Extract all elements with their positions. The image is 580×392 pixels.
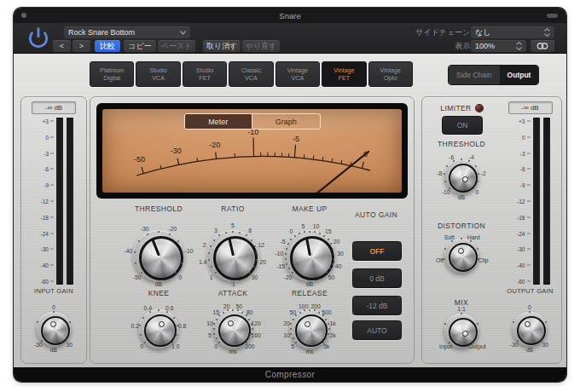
meter-scale-label: -6 <box>44 166 49 172</box>
output-level-readout: -∞ dB <box>508 101 553 114</box>
tab-meter[interactable]: Meter <box>185 114 252 129</box>
knob-tick <box>142 317 144 319</box>
knob-scale-label: Clip <box>478 257 489 262</box>
knob-tick <box>134 251 136 253</box>
knob-scale-label: 12 <box>258 241 265 247</box>
meter-bar-left <box>533 118 540 285</box>
limiter-threshold-knob[interactable]: -10-8-6-4-20dB <box>429 144 494 209</box>
model-tab-vintage-opto[interactable]: VintageOpto <box>368 61 413 87</box>
output-gain-knob[interactable]: -30030dB <box>497 297 562 361</box>
plugin-footer: Compressor <box>14 367 566 382</box>
knob-tick <box>328 323 329 325</box>
ratio-knob[interactable]: 11.42358122030:1 <box>192 215 274 297</box>
knob-tick <box>232 309 234 311</box>
knob-pointer-dot <box>159 321 165 327</box>
knob-scale-label: 50 <box>328 274 335 280</box>
knob-tick <box>293 337 294 339</box>
model-tab-vintage-fet[interactable]: VintageFET <box>322 61 366 87</box>
knob-tick <box>216 319 218 320</box>
knee-knob[interactable]: 00.20.40.60.81.0 <box>125 295 193 363</box>
output-meter: +30-3-6-9-12-18-24-30-40-60 <box>499 118 561 285</box>
threshold-label: THRESHOLD <box>135 205 183 213</box>
prev-preset-button[interactable]: < <box>53 40 71 52</box>
knob-scale-label: -4 <box>469 153 474 159</box>
meter-scale-label: -12 <box>41 199 49 205</box>
meter-scale-label: -18 <box>41 214 49 220</box>
knob-scale-label: 5 <box>208 332 212 338</box>
next-preset-button[interactable]: > <box>72 40 90 52</box>
knob-face <box>449 243 478 272</box>
meter-scale-label: -24 <box>517 230 525 236</box>
paste-button[interactable]: ペースト <box>158 40 195 52</box>
copy-button[interactable]: コピー <box>124 40 156 52</box>
knob-tick <box>135 262 136 264</box>
auto-gain-off-button[interactable]: OFF <box>352 241 402 261</box>
model-tab-platinum-digital[interactable]: PlatinumDigital <box>90 61 134 87</box>
knob-scale-label: 0.8 <box>178 322 186 328</box>
knob-tick <box>451 240 453 242</box>
model-tab-vintage-vca[interactable]: VintageVCA <box>276 61 320 87</box>
knob-scale-label: -10 <box>275 251 283 257</box>
power-button[interactable] <box>26 26 51 51</box>
attack-knob[interactable]: 051015205080120160200ms <box>199 295 267 363</box>
link-button[interactable] <box>531 40 554 52</box>
limiter-row: LIMITER <box>422 104 501 112</box>
release-knob[interactable]: 51020501002005001k2k5kms <box>276 295 344 363</box>
tab-graph[interactable]: Graph <box>252 114 320 129</box>
knob-tick <box>444 173 445 175</box>
auto-gain-0db-button[interactable]: 0 dB <box>352 268 402 288</box>
knob-tick <box>477 181 478 182</box>
distortion-knob[interactable]: OffSoftHardClip <box>429 223 494 288</box>
meter-scale-tick <box>50 121 54 122</box>
knob-scale-label: 0 <box>214 343 218 349</box>
knob-scale-label: 30 <box>542 342 549 348</box>
knob-tick <box>473 187 474 189</box>
vu-scale-label: -30 <box>171 147 182 155</box>
window-title: Snare <box>279 11 300 20</box>
knob-unit-label: dB <box>458 193 465 199</box>
window-control-dot[interactable] <box>21 13 26 18</box>
input-gain-panel: -∞ dB +30-3-6-9-12-18-24-30-40-60 INPUT … <box>20 96 87 364</box>
threshold-knob[interactable]: -50-40-30-20-100dB <box>118 215 200 297</box>
output-meter-bars <box>533 118 550 285</box>
knob-scale-label: Hard <box>467 234 480 240</box>
model-tab-studio-vca[interactable]: StudioVCA <box>136 61 180 87</box>
knob-scale-label: 30 <box>337 251 344 257</box>
knob-tick <box>147 233 148 235</box>
meter-scale-tick <box>50 201 54 202</box>
model-tab-classic-vca[interactable]: ClassicVCA <box>229 61 273 87</box>
knob-tick <box>158 231 160 233</box>
knob-scale-label: -10 <box>442 189 450 195</box>
undo-button[interactable]: 取り消す <box>203 40 241 52</box>
knob-scale-label: Off <box>436 257 444 262</box>
auto-gain-minus12db-button[interactable]: -12 dB <box>352 296 402 315</box>
knob-tick <box>140 334 142 336</box>
limiter-on-button[interactable]: ON <box>442 116 483 135</box>
view-zoom-dropdown[interactable]: 100% <box>471 40 526 52</box>
meter-scale-tick <box>527 136 531 137</box>
meter-scale-tick <box>527 169 531 170</box>
knob-scale-label: -40 <box>125 248 133 254</box>
knob-scale-label: -20 <box>168 225 177 231</box>
knob-scale-label: 20 <box>223 303 230 308</box>
meter-scale-tick <box>50 185 54 186</box>
output-tab[interactable]: Output <box>500 66 539 84</box>
input-gain-knob[interactable]: -30030dB <box>21 297 86 361</box>
knob-scale-label: -15 <box>276 263 285 269</box>
compare-button[interactable]: 比較 <box>95 40 120 52</box>
meter-scale-label: -60 <box>517 279 525 285</box>
knob-tick <box>318 312 320 314</box>
side-chain-tab[interactable]: Side Chain <box>449 66 500 84</box>
knob-scale-label: 0.6 <box>165 305 173 311</box>
sidechain-dropdown[interactable]: なし <box>471 26 554 38</box>
auto-release-button[interactable]: AUTO <box>352 320 402 340</box>
makeup-knob[interactable]: -20-15-10-505101520304050dB <box>269 215 351 297</box>
redo-button[interactable]: やり直す <box>242 40 280 52</box>
model-tab-studio-fet[interactable]: StudioFET <box>183 61 227 87</box>
knob-scale-label: Input <box>439 343 452 349</box>
knob-scale-label: 20 <box>260 258 267 264</box>
mix-knob[interactable]: Input1:1Output <box>429 298 494 363</box>
window-titlebar: Snare <box>14 8 566 23</box>
knob-tick <box>477 248 478 250</box>
preset-dropdown[interactable]: Rock Snare Bottom <box>64 26 190 38</box>
